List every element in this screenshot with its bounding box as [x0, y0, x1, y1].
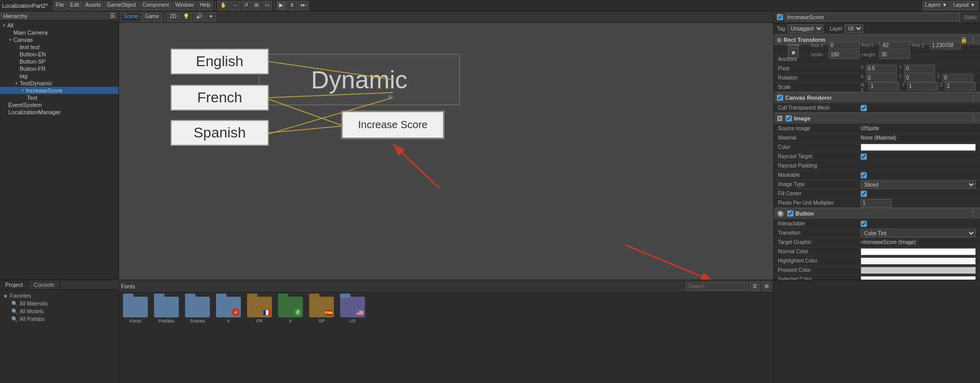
folder-scenes[interactable]: Scenes	[185, 297, 210, 324]
hierarchy-item-localization-manager[interactable]: LocalizationManager	[0, 109, 118, 116]
tool-rotate[interactable]: ↺	[241, 1, 251, 10]
search-input[interactable]	[686, 282, 748, 290]
hierarchy-item-test-dynamic[interactable]: ▼ TestDynamic	[0, 80, 118, 87]
spanish-button[interactable]: Spanish	[171, 120, 269, 146]
fill-center-checkbox[interactable]	[861, 191, 867, 197]
canvas-renderer-menu[interactable]: ⋮	[970, 94, 977, 102]
cull-checkbox[interactable]	[861, 105, 867, 111]
raycast-checkbox[interactable]	[861, 154, 867, 160]
highlighted-color-swatch[interactable]	[861, 257, 976, 265]
french-label: French	[197, 89, 242, 106]
interactable-checkbox[interactable]	[861, 221, 867, 227]
rot-x[interactable]	[866, 74, 897, 82]
pixels-input[interactable]	[861, 199, 892, 207]
scale-y[interactable]	[907, 82, 938, 90]
tag-select[interactable]: Untagged	[787, 24, 823, 33]
pos-z-input[interactable]	[930, 41, 961, 50]
console-tab[interactable]: Console	[28, 280, 60, 289]
hierarchy-item-text[interactable]: Text	[0, 94, 118, 101]
dynamic-label: Dynamic	[311, 66, 408, 94]
selected-color-swatch[interactable]	[861, 276, 976, 280]
label-canvas: Canvas	[13, 37, 33, 43]
tool-move[interactable]: ↔	[230, 1, 240, 10]
favorites-item[interactable]: ★ Favorites	[3, 292, 115, 300]
scale-z[interactable]	[945, 82, 976, 90]
hierarchy-menu-icon[interactable]: ☰	[110, 12, 115, 19]
pause-btn[interactable]: ⏸	[287, 1, 297, 10]
transition-select[interactable]: Color Tint	[861, 229, 976, 237]
tool-hand[interactable]: ✋	[218, 1, 229, 10]
scene-audio-btn[interactable]: 🔊	[193, 12, 205, 22]
assets-view-btn[interactable]: ⊞	[762, 282, 771, 291]
all-models-item[interactable]: 🔍 All Models	[3, 308, 115, 315]
scene-light-btn[interactable]: 💡	[180, 12, 192, 22]
folder-prefabs[interactable]: Prefabs	[154, 297, 179, 324]
hierarchy-item-canvas[interactable]: ▼ Canvas	[0, 36, 118, 43]
image-header[interactable]: 🖼 Image ⋮	[774, 113, 980, 124]
image-color-swatch[interactable]	[861, 144, 976, 151]
pivot-x[interactable]	[866, 65, 897, 73]
layout-btn[interactable]: Layout ▼	[951, 1, 978, 10]
hierarchy-item-event-system[interactable]: EventSystem	[0, 101, 118, 109]
folder-fonts[interactable]: Fonts	[123, 297, 148, 324]
hierarchy-item-button-en[interactable]: Button-EN	[0, 51, 118, 58]
game-tab[interactable]: Game	[142, 12, 161, 22]
pos-x-input[interactable]	[829, 41, 860, 50]
scene-tab[interactable]: Scene	[121, 12, 141, 22]
rot-y[interactable]	[904, 74, 935, 82]
step-btn[interactable]: ⏭	[298, 1, 309, 10]
french-button[interactable]: French	[171, 85, 269, 111]
scene-view[interactable]: Scene Game 2D 💡 🔊 ✦ Dynamic English Fren…	[119, 11, 773, 280]
toolbar-btn-gameobject[interactable]: GameObject	[104, 1, 139, 10]
toolbar-btn-help[interactable]: Help	[197, 1, 213, 10]
folder-hash-blue[interactable]: # #	[216, 297, 241, 324]
pivot-row: Pivot X Y	[774, 64, 980, 73]
toolbar-btn-edit[interactable]: Edit	[68, 1, 82, 10]
hierarchy-item-button-sp[interactable]: Button-SP	[0, 58, 118, 65]
toolbar-btn-component[interactable]: Component	[140, 1, 172, 10]
english-button[interactable]: English	[171, 49, 269, 74]
hierarchy-item-button-fr[interactable]: Button-FR	[0, 65, 118, 72]
hierarchy-item-text-test[interactable]: text test	[0, 43, 118, 51]
object-name-input[interactable]	[785, 13, 960, 21]
button-menu[interactable]: ⋮	[970, 209, 977, 218]
project-tab[interactable]: Project	[0, 280, 28, 289]
hierarchy-item-main-camera[interactable]: Main Camera	[0, 29, 118, 36]
image-checkbox[interactable]	[786, 115, 792, 121]
tool-rect[interactable]: ▭	[262, 1, 272, 10]
canvas-renderer-checkbox[interactable]	[777, 95, 783, 101]
button-checkbox[interactable]	[787, 210, 793, 217]
button-header[interactable]: 🔘 Button ⋮	[774, 208, 980, 219]
toolbar-btn-assets[interactable]: Assets	[83, 1, 103, 10]
pressed-color-swatch[interactable]	[861, 267, 976, 274]
increase-score-button[interactable]: Increase Score	[341, 111, 445, 139]
pivot-y[interactable]	[904, 65, 935, 73]
folder-flag-sp[interactable]: 🇪🇸 SP	[309, 297, 334, 324]
image-type-select[interactable]: Sliced	[861, 180, 976, 189]
scene-2d-btn[interactable]: 2D	[167, 12, 179, 22]
all-materials-item[interactable]: 🔍 All Materials	[3, 300, 115, 308]
normal-color-swatch[interactable]	[861, 248, 976, 255]
folder-hash-green[interactable]: # #	[278, 297, 303, 324]
pos-y-input[interactable]	[879, 41, 910, 50]
hierarchy-item-increase-score[interactable]: ▼ IncreaseScore	[0, 87, 118, 94]
active-checkbox[interactable]	[777, 14, 783, 20]
tool-scale[interactable]: ⊞	[252, 1, 261, 10]
assets-sort-btn[interactable]: ☰	[750, 282, 760, 291]
rot-z[interactable]	[942, 74, 973, 82]
scene-fx-btn[interactable]: ✦	[206, 12, 216, 22]
all-prefabs-item[interactable]: 🔍 All Prefabs	[3, 315, 115, 323]
canvas-renderer-header[interactable]: Canvas Renderer ⋮	[774, 92, 980, 103]
maskable-checkbox[interactable]	[861, 172, 867, 178]
layers-btn[interactable]: Layers ▼	[923, 1, 950, 10]
play-btn[interactable]: ▶	[277, 1, 286, 10]
scale-x[interactable]	[868, 82, 899, 90]
toolbar-btn-window[interactable]: Window	[173, 1, 196, 10]
toolbar-btn-file[interactable]: File	[53, 1, 67, 10]
layer-select[interactable]: UI	[845, 24, 863, 33]
hierarchy-item-tag[interactable]: tag	[0, 72, 118, 80]
folder-flag-us[interactable]: 🇺🇸 US	[340, 297, 365, 324]
hierarchy-item-all[interactable]: ▼ All	[0, 22, 118, 29]
image-menu[interactable]: ⋮	[970, 114, 977, 122]
folder-flag-fr[interactable]: 🇫🇷 FR	[247, 297, 272, 324]
